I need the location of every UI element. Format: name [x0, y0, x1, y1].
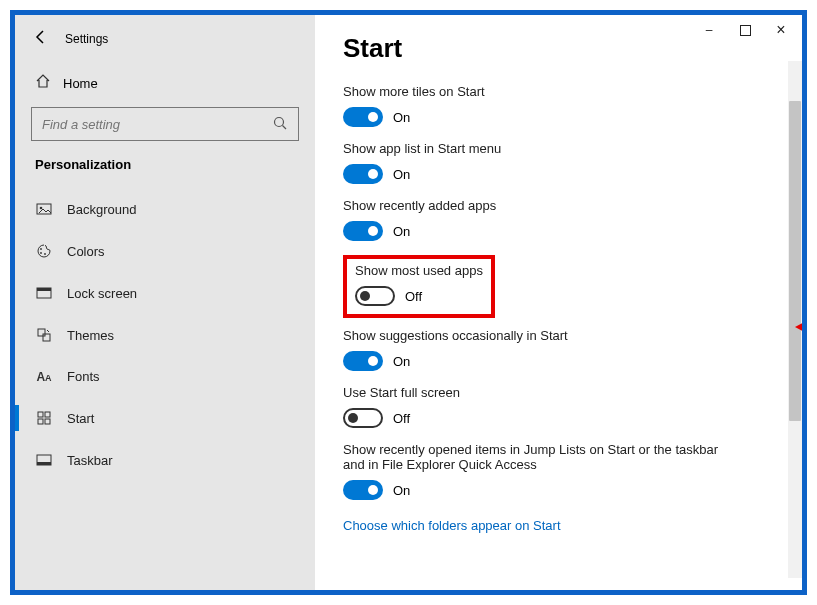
sidebar-item-fonts[interactable]: AA Fonts [15, 356, 315, 397]
toggle-state: Off [405, 289, 422, 304]
svg-rect-8 [37, 288, 51, 291]
setting-label: Show more tiles on Start [343, 84, 743, 99]
toggle[interactable] [343, 107, 383, 127]
toggle-state: Off [393, 411, 410, 426]
setting-show-more-tiles: Show more tiles on Start On [343, 84, 774, 127]
toggle-state: On [393, 224, 410, 239]
svg-rect-16 [37, 462, 51, 465]
scroll-thumb[interactable] [789, 101, 801, 421]
sidebar: Settings Home Personalization Background… [15, 15, 315, 590]
home-icon [35, 73, 51, 93]
toggle[interactable] [343, 480, 383, 500]
nav-label: Colors [67, 244, 105, 259]
search-icon [272, 115, 288, 134]
sidebar-item-lockscreen[interactable]: Lock screen [15, 272, 315, 314]
main-panel: – × Start Show more tiles on Start On Sh… [315, 15, 802, 590]
setting-label: Show recently opened items in Jump Lists… [343, 442, 743, 472]
section-header: Personalization [15, 157, 315, 188]
minimize-button[interactable]: – [702, 23, 716, 37]
image-icon [35, 201, 53, 217]
toggle-state: On [393, 483, 410, 498]
settings-window: Settings Home Personalization Background… [10, 10, 807, 595]
setting-label: Show most used apps [355, 263, 483, 278]
taskbar-icon [35, 452, 53, 468]
setting-show-app-list: Show app list in Start menu On [343, 141, 774, 184]
highlight-box: Show most used apps Off [343, 255, 495, 318]
sidebar-item-colors[interactable]: Colors [15, 230, 315, 272]
toggle[interactable] [343, 408, 383, 428]
home-label: Home [63, 76, 98, 91]
setting-show-recently-added: Show recently added apps On [343, 198, 774, 241]
svg-point-3 [40, 207, 43, 210]
svg-point-5 [40, 252, 42, 254]
search-input[interactable] [42, 117, 272, 132]
maximize-button[interactable] [738, 23, 752, 37]
scrollbar[interactable] [788, 61, 802, 578]
nav-label: Fonts [67, 369, 100, 384]
toggle[interactable] [343, 351, 383, 371]
start-icon [35, 410, 53, 426]
svg-point-6 [44, 253, 46, 255]
setting-show-suggestions: Show suggestions occasionally in Start O… [343, 328, 774, 371]
page-title: Start [343, 33, 774, 64]
toggle-state: On [393, 354, 410, 369]
nav-list: Background Colors Lock screen Themes AA … [15, 188, 315, 481]
sidebar-item-taskbar[interactable]: Taskbar [15, 439, 315, 481]
close-button[interactable]: × [774, 23, 788, 37]
sidebar-item-background[interactable]: Background [15, 188, 315, 230]
setting-label: Show app list in Start menu [343, 141, 743, 156]
svg-rect-9 [38, 329, 45, 336]
svg-rect-12 [45, 412, 50, 417]
themes-icon [35, 327, 53, 343]
sidebar-item-home[interactable]: Home [15, 63, 315, 107]
svg-rect-17 [740, 25, 750, 35]
sidebar-item-start[interactable]: Start [15, 397, 315, 439]
svg-rect-14 [45, 419, 50, 424]
nav-label: Themes [67, 328, 114, 343]
svg-rect-13 [38, 419, 43, 424]
setting-show-most-used: Show most used apps Off [355, 263, 483, 306]
search-box[interactable] [31, 107, 299, 141]
content: Start Show more tiles on Start On Show a… [315, 15, 802, 534]
titlebar: Settings [15, 23, 315, 63]
svg-rect-10 [43, 334, 50, 341]
svg-point-0 [275, 117, 284, 126]
toggle-state: On [393, 110, 410, 125]
setting-full-screen: Use Start full screen Off [343, 385, 774, 428]
nav-label: Taskbar [67, 453, 113, 468]
toggle[interactable] [355, 286, 395, 306]
setting-label: Show suggestions occasionally in Start [343, 328, 743, 343]
svg-rect-11 [38, 412, 43, 417]
window-controls: – × [702, 23, 788, 37]
choose-folders-link[interactable]: Choose which folders appear on Start [343, 518, 561, 533]
svg-line-1 [283, 125, 287, 129]
nav-label: Lock screen [67, 286, 137, 301]
nav-label: Background [67, 202, 136, 217]
fonts-icon: AA [35, 370, 53, 384]
back-button[interactable] [33, 29, 49, 49]
setting-label: Use Start full screen [343, 385, 743, 400]
sidebar-item-themes[interactable]: Themes [15, 314, 315, 356]
toggle[interactable] [343, 164, 383, 184]
setting-label: Show recently added apps [343, 198, 743, 213]
lockscreen-icon [35, 285, 53, 301]
setting-jump-lists: Show recently opened items in Jump Lists… [343, 442, 774, 500]
app-title: Settings [65, 32, 108, 46]
palette-icon [35, 243, 53, 259]
toggle[interactable] [343, 221, 383, 241]
svg-point-4 [40, 248, 42, 250]
nav-label: Start [67, 411, 94, 426]
toggle-state: On [393, 167, 410, 182]
